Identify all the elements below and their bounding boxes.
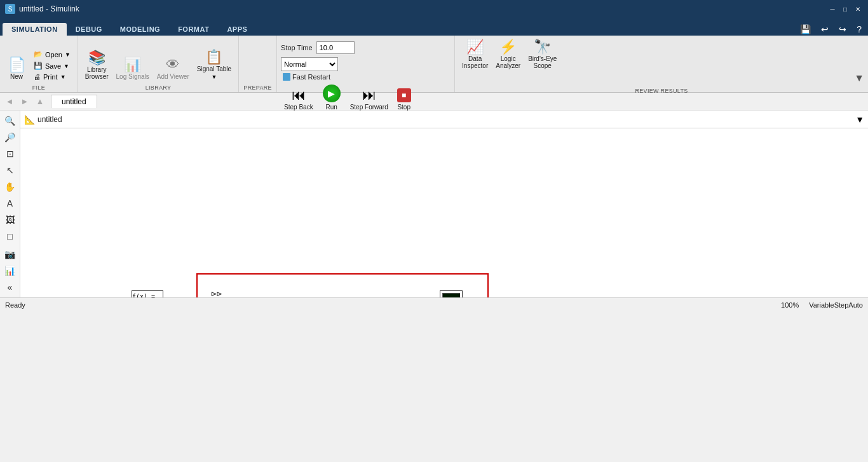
redo-icon-btn[interactable]: ↪ (835, 23, 850, 36)
open-arrow: ▼ (65, 51, 71, 58)
ribbon-group-review: 📈 DataInspector ⚡ LogicAnalyzer 🔭 Bird's… (455, 36, 868, 92)
model-tab[interactable]: untitled (51, 95, 97, 108)
text-tool[interactable]: A (2, 196, 18, 211)
save-icon-btn[interactable]: 💾 (796, 23, 815, 36)
run-button[interactable]: ▶ Run (319, 83, 344, 112)
new-label: New (10, 73, 23, 80)
zoom-out-button[interactable]: 🔎 (2, 130, 18, 145)
stop-label: Stop (397, 104, 410, 111)
mux-signal-area: ⊳⊳ (211, 289, 222, 297)
scope-display (443, 294, 460, 297)
logic-analyzer-label: LogicAnalyzer (496, 55, 520, 69)
address-bar: 📐 untitled ▼ (20, 111, 868, 128)
stop-button[interactable]: ■ Stop (394, 86, 414, 112)
status-left: Ready (5, 301, 25, 309)
scope-block[interactable] (440, 290, 463, 297)
tab-modeling[interactable]: MODELING (111, 23, 169, 36)
svg-rect-6 (443, 294, 460, 297)
add-viewer-label: Add Viewer (157, 73, 189, 80)
up-button[interactable]: ▲ (33, 95, 47, 109)
stop-icon: ■ (397, 88, 411, 102)
pan-tool[interactable]: ✋ (2, 179, 18, 194)
new-icon: 📄 (8, 58, 25, 72)
print-label: Print (43, 73, 58, 81)
fit-view-button[interactable]: ⊡ (2, 146, 18, 161)
maximize-button[interactable]: □ (840, 4, 850, 14)
scope-screen (442, 293, 460, 297)
open-button[interactable]: 📂 Open ▼ (31, 49, 74, 60)
help-icon-btn[interactable]: ? (853, 23, 865, 36)
ribbon: 📄 New 📂 Open ▼ 💾 Save ▼ 🖨 Print ▼ (0, 36, 868, 93)
birds-eye-label: Bird's-EyeScope (528, 55, 557, 69)
fast-restart-button[interactable]: Fast Restart (281, 72, 451, 81)
ribbon-tab-bar: SIMULATION DEBUG MODELING FORMAT APPS 💾 … (0, 18, 868, 36)
add-viewer-button[interactable]: 👁 Add Viewer (154, 56, 193, 82)
print-button[interactable]: 🖨 Print ▼ (31, 72, 74, 82)
ribbon-group-prepare: PREPARE (239, 36, 277, 92)
status-text: Ready (5, 301, 25, 309)
canvas-area[interactable]: f(x) = 0 ⊳⊳ ⊳> (20, 128, 868, 297)
save-label: Save (45, 62, 61, 70)
chart-button[interactable]: 📊 (2, 263, 18, 278)
zoom-in-button[interactable]: 🔍 (2, 113, 18, 128)
step-back-button[interactable]: ⏮ Step Back (281, 86, 316, 112)
address-dropdown-icon[interactable]: ▼ (855, 114, 864, 125)
minimize-button[interactable]: ─ (827, 4, 837, 14)
birds-eye-scope-button[interactable]: 🔭 Bird's-EyeScope (525, 38, 560, 71)
tab-simulation[interactable]: SIMULATION (3, 23, 67, 36)
file-group-label: FILE (4, 83, 74, 91)
comment-button[interactable]: □ (2, 229, 18, 244)
close-button[interactable]: ✕ (853, 4, 863, 14)
camera-button[interactable]: 📷 (2, 247, 18, 262)
undo-icon-btn[interactable]: ↩ (817, 23, 832, 36)
new-button[interactable]: 📄 New (4, 56, 29, 82)
status-right: 100% VariableStepAuto (781, 301, 863, 309)
step-forward-icon: ⏭ (362, 88, 376, 102)
stop-time-input[interactable] (316, 41, 355, 54)
review-expand-icon[interactable]: ▼ (854, 72, 864, 84)
signal-input-area: ⊳> (376, 296, 385, 297)
data-inspector-button[interactable]: 📈 DataInspector (459, 38, 491, 71)
left-toolbar: 🔍 🔎 ⊡ ↖ ✋ A 🖼 □ 📷 📊 « (0, 111, 20, 297)
prepare-group-label: PREPARE (243, 83, 273, 91)
library-browser-button[interactable]: 📚 LibraryBrowser (82, 49, 112, 82)
sim-mode-select[interactable]: Normal Accelerator Rapid Accelerator (281, 57, 338, 71)
ribbon-group-library: 📚 LibraryBrowser 📊 Log Signals 👁 Add Vie… (78, 36, 239, 92)
tab-format[interactable]: FORMAT (169, 23, 218, 36)
address-path: untitled (37, 115, 853, 124)
simulink-icon: S (5, 4, 15, 14)
step-forward-button[interactable]: ⏭ Step Forward (347, 86, 391, 112)
step-forward-label: Step Forward (350, 104, 388, 111)
run-icon: ▶ (323, 85, 341, 102)
stop-time-label: Stop Time (281, 44, 313, 51)
mux-symbol: ⊳⊳ (211, 289, 222, 297)
sim-mode-row: Normal Accelerator Rapid Accelerator (281, 56, 451, 72)
tab-apps[interactable]: APPS (218, 23, 256, 36)
log-signals-icon: 📊 (124, 58, 141, 72)
ribbon-right-controls: 💾 ↩ ↪ ? (796, 23, 865, 36)
log-signals-button[interactable]: 📊 Log Signals (113, 56, 153, 82)
signal-table-icon: 📋 (205, 50, 222, 64)
fcn-block[interactable]: f(x) = 0 (132, 290, 163, 297)
select-tool[interactable]: ↖ (2, 163, 18, 178)
expand-toolbar-btn[interactable]: « (2, 280, 18, 295)
content-area: 🔍 🔎 ⊡ ↖ ✋ A 🖼 □ 📷 📊 « 📐 untitled ▼ (0, 111, 868, 297)
open-icon: 📂 (34, 50, 43, 58)
image-button[interactable]: 🖼 (2, 212, 18, 228)
back-button[interactable]: ◄ (3, 95, 17, 109)
signal-table-button[interactable]: 📋 Signal Table ▼ (194, 48, 234, 82)
library-browser-label: LibraryBrowser (85, 66, 109, 80)
scope-inner (442, 293, 460, 297)
signal-input-symbol: ⊳> (376, 296, 385, 297)
fast-restart-icon (283, 73, 290, 81)
forward-button[interactable]: ► (18, 95, 32, 109)
birds-eye-icon: 🔭 (534, 40, 551, 54)
wires-svg (20, 128, 868, 297)
step-back-label: Step Back (284, 104, 313, 111)
logic-analyzer-button[interactable]: ⚡ LogicAnalyzer (492, 38, 524, 71)
ribbon-group-simulate: Stop Time Normal Accelerator Rapid Accel… (277, 36, 455, 92)
stop-time-row: Stop Time (281, 39, 451, 56)
data-inspector-label: DataInspector (462, 55, 488, 69)
save-button[interactable]: 💾 Save ▼ (31, 60, 74, 71)
tab-debug[interactable]: DEBUG (67, 23, 111, 36)
